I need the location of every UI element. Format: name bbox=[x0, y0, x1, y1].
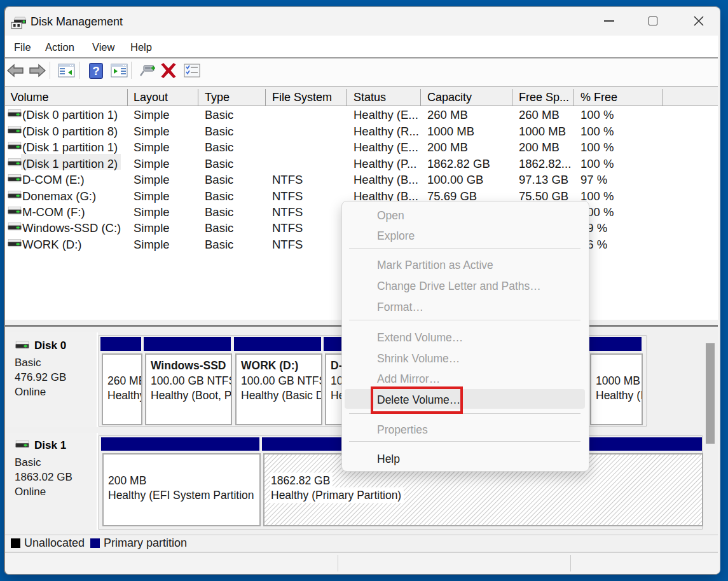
svg-text:?: ? bbox=[92, 64, 100, 78]
